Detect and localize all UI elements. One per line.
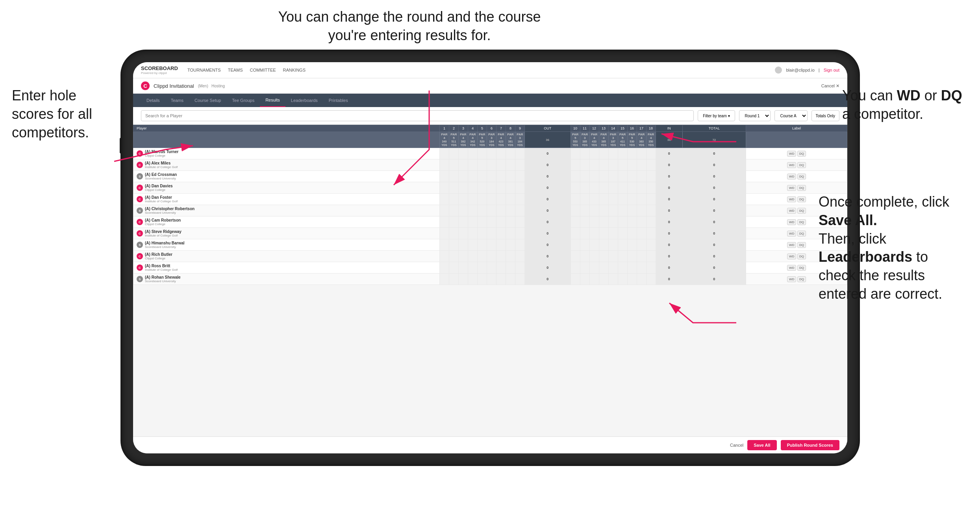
score-hole-17-player-8[interactable] xyxy=(637,239,646,251)
score-hole-12-player-3[interactable] xyxy=(589,182,599,194)
score-hole-17-player-1[interactable] xyxy=(637,159,646,171)
score-hole-8-player-6[interactable] xyxy=(506,216,515,228)
score-hole-15-player-1[interactable] xyxy=(618,159,627,171)
score-hole-3-player-6[interactable] xyxy=(458,216,468,228)
score-hole-11-player-1[interactable] xyxy=(580,159,589,171)
score-hole-17-player-7[interactable] xyxy=(637,228,646,239)
score-hole-3-player-5[interactable] xyxy=(458,205,468,216)
score-hole-10-player-1[interactable] xyxy=(571,159,580,171)
score-hole-4-player-5[interactable] xyxy=(468,205,477,216)
score-hole-13-player-3[interactable] xyxy=(599,182,608,194)
wd-button[interactable]: WD xyxy=(787,253,796,259)
score-hole-12-player-11[interactable] xyxy=(589,274,599,285)
dq-button[interactable]: DQ xyxy=(797,208,806,214)
score-hole-4-player-2[interactable] xyxy=(468,171,477,182)
score-hole-16-player-9[interactable] xyxy=(627,251,637,262)
score-hole-18-player-2[interactable] xyxy=(646,171,656,182)
cancel-tournament-button[interactable]: Cancel ✕ xyxy=(821,83,839,89)
score-hole-7-player-6[interactable] xyxy=(496,216,506,228)
score-hole-16-player-11[interactable] xyxy=(627,274,637,285)
score-hole-8-player-3[interactable] xyxy=(506,182,515,194)
score-hole-11-player-7[interactable] xyxy=(580,228,589,239)
score-hole-9-player-5[interactable] xyxy=(515,205,524,216)
search-input[interactable] xyxy=(141,110,694,121)
score-hole-8-player-9[interactable] xyxy=(506,251,515,262)
score-hole-18-player-1[interactable] xyxy=(646,159,656,171)
score-hole-9-player-7[interactable] xyxy=(515,228,524,239)
score-hole-7-player-7[interactable] xyxy=(496,228,506,239)
score-hole-7-player-1[interactable] xyxy=(496,159,506,171)
wd-button[interactable]: WD xyxy=(787,276,796,282)
score-hole-7-player-2[interactable] xyxy=(496,171,506,182)
nav-teams[interactable]: TEAMS xyxy=(228,68,243,72)
score-hole-2-player-0[interactable] xyxy=(449,148,458,159)
dq-button[interactable]: DQ xyxy=(797,151,806,157)
score-hole-2-player-8[interactable] xyxy=(449,239,458,251)
cancel-button[interactable]: Cancel xyxy=(730,443,743,447)
score-hole-16-player-6[interactable] xyxy=(627,216,637,228)
score-hole-13-player-6[interactable] xyxy=(599,216,608,228)
score-hole-17-player-3[interactable] xyxy=(637,182,646,194)
wd-button[interactable]: WD xyxy=(787,196,796,202)
score-hole-4-player-0[interactable] xyxy=(468,148,477,159)
score-hole-9-player-3[interactable] xyxy=(515,182,524,194)
score-hole-2-player-3[interactable] xyxy=(449,182,458,194)
dq-button[interactable]: DQ xyxy=(797,196,806,202)
wd-button[interactable]: WD xyxy=(787,174,796,179)
score-hole-8-player-4[interactable] xyxy=(506,194,515,205)
score-hole-11-player-10[interactable] xyxy=(580,262,589,274)
score-hole-2-player-2[interactable] xyxy=(449,171,458,182)
score-hole-2-player-4[interactable] xyxy=(449,194,458,205)
score-hole-10-player-4[interactable] xyxy=(571,194,580,205)
score-hole-9-player-6[interactable] xyxy=(515,216,524,228)
score-hole-7-player-8[interactable] xyxy=(496,239,506,251)
score-hole-10-player-0[interactable] xyxy=(571,148,580,159)
score-hole-3-player-10[interactable] xyxy=(458,262,468,274)
wd-button[interactable]: WD xyxy=(787,242,796,248)
dq-button[interactable]: DQ xyxy=(797,253,806,259)
score-hole-10-player-5[interactable] xyxy=(571,205,580,216)
score-hole-4-player-9[interactable] xyxy=(468,251,477,262)
score-hole-15-player-8[interactable] xyxy=(618,239,627,251)
score-hole-1-player-3[interactable] xyxy=(439,182,449,194)
score-hole-1-player-2[interactable] xyxy=(439,171,449,182)
score-hole-18-player-9[interactable] xyxy=(646,251,656,262)
score-hole-3-player-4[interactable] xyxy=(458,194,468,205)
score-hole-12-player-6[interactable] xyxy=(589,216,599,228)
round-select[interactable]: Round 1 Round 2 Round 3 Round 4 xyxy=(739,110,771,121)
score-hole-4-player-3[interactable] xyxy=(468,182,477,194)
nav-committee[interactable]: COMMITTEE xyxy=(250,68,276,72)
score-hole-14-player-7[interactable] xyxy=(608,228,618,239)
score-hole-2-player-1[interactable] xyxy=(449,159,458,171)
score-hole-11-player-4[interactable] xyxy=(580,194,589,205)
score-hole-13-player-8[interactable] xyxy=(599,239,608,251)
score-hole-15-player-0[interactable] xyxy=(618,148,627,159)
totals-only-button[interactable]: Totals Only xyxy=(811,110,839,121)
score-hole-2-player-9[interactable] xyxy=(449,251,458,262)
score-hole-15-player-5[interactable] xyxy=(618,205,627,216)
score-hole-13-player-10[interactable] xyxy=(599,262,608,274)
wd-button[interactable]: WD xyxy=(787,162,796,168)
course-select[interactable]: Course A Course B xyxy=(774,110,808,121)
score-hole-13-player-11[interactable] xyxy=(599,274,608,285)
score-hole-15-player-7[interactable] xyxy=(618,228,627,239)
scorecard-container[interactable]: Player 1 2 3 4 5 6 7 8 9 OUT 10 xyxy=(133,125,847,436)
score-hole-11-player-5[interactable] xyxy=(580,205,589,216)
score-hole-9-player-4[interactable] xyxy=(515,194,524,205)
score-hole-13-player-9[interactable] xyxy=(599,251,608,262)
score-hole-1-player-6[interactable] xyxy=(439,216,449,228)
score-hole-18-player-7[interactable] xyxy=(646,228,656,239)
score-hole-5-player-11[interactable] xyxy=(477,274,487,285)
score-hole-9-player-2[interactable] xyxy=(515,171,524,182)
score-hole-1-player-5[interactable] xyxy=(439,205,449,216)
score-hole-5-player-9[interactable] xyxy=(477,251,487,262)
score-hole-17-player-6[interactable] xyxy=(637,216,646,228)
wd-button[interactable]: WD xyxy=(787,151,796,157)
score-hole-15-player-3[interactable] xyxy=(618,182,627,194)
score-hole-11-player-6[interactable] xyxy=(580,216,589,228)
score-hole-3-player-0[interactable] xyxy=(458,148,468,159)
score-hole-17-player-5[interactable] xyxy=(637,205,646,216)
wd-button[interactable]: WD xyxy=(787,265,796,271)
score-hole-2-player-7[interactable] xyxy=(449,228,458,239)
score-hole-16-player-0[interactable] xyxy=(627,148,637,159)
